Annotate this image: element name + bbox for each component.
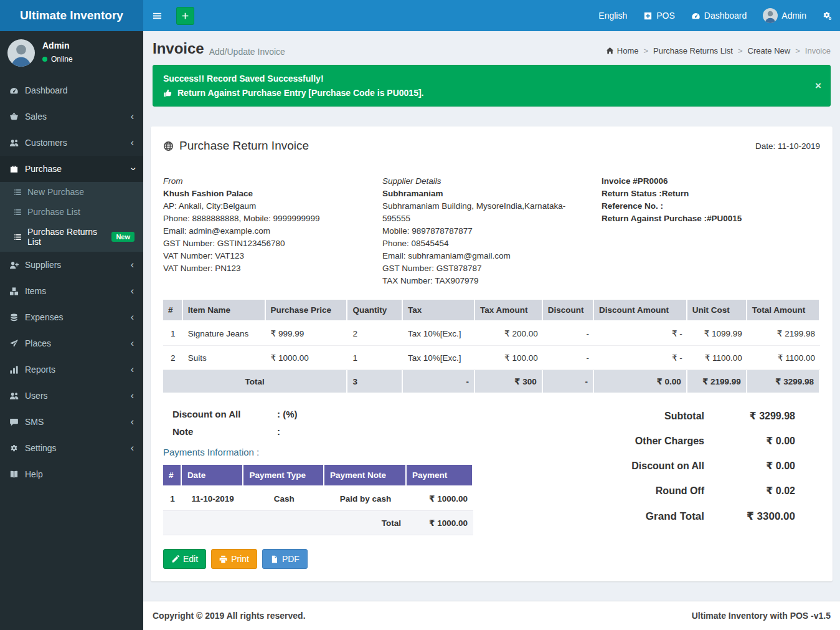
home-icon [606,47,614,55]
breadcrumb-home[interactable]: Home [606,46,639,55]
sidebar-item-label: Help [25,469,43,479]
invoice-title-row: Purchase Return Invoice [163,139,309,153]
sidebar-item-label: Purchase List [27,207,80,217]
payment-row: 1 11-10-2019 Cash Paid by cash ₹ 1000.00 [163,487,473,511]
edit-button[interactable]: Edit [163,549,206,569]
chevron-left-icon [131,112,134,122]
sidebar-item-sales[interactable]: Sales [0,103,143,130]
items-table: # Item Name Purchase Price Quantity Tax … [163,300,820,393]
user-panel: Admin Online [0,31,143,76]
from-gst: GST Number: GSTIN123456780 [163,237,365,250]
supplier-phone: Phone: 08545454 [382,237,584,250]
chevron-left-icon [131,417,134,427]
top-navbar: Ultimate Inventory English POS [0,0,840,31]
discount-on-all-label: Discount on All [172,409,277,419]
payments-header-row: # Date Payment Type Payment Note Payment [163,465,473,487]
sidebar-item-expenses[interactable]: Expenses [0,304,143,330]
discount-value: ₹ 0.00 [704,460,820,472]
list-icon [14,233,22,241]
sidebar-item-places[interactable]: Places [0,330,143,356]
supplier-gst: GST Number: GST878787 [382,262,584,275]
subtotal-row: Subtotal ₹ 3299.98 [571,410,820,422]
supplier-name: Subhramaniam [382,188,584,200]
print-button[interactable]: Print [211,549,257,569]
content: Invoice Add/Update Invoice Home Purchase… [143,31,840,601]
sidebar-item-customers[interactable]: Customers [0,130,143,156]
col-header: Tax [403,300,475,322]
sidebar-item-label: Reports [25,365,55,375]
cell: ₹ 1000.00 [407,511,473,535]
sidebar-item-help[interactable]: Help [0,461,143,487]
page-footer: Copyright © 2019 All rights reserved. Ul… [143,601,840,630]
sidebar-toggle-button[interactable] [143,0,171,31]
col-header: Purchase Price [266,300,348,322]
list-icon [14,188,22,196]
sidebar-item-label: Suppliers [25,260,61,270]
from-address: AP: Ankali, City:Belgaum [163,200,365,212]
sidebar-item-items[interactable]: Items [0,278,143,304]
breadcrumb: Home Purchase Returns List Create New In… [606,40,831,55]
invoice-title: Purchase Return Invoice [179,139,309,153]
sidebar-item-suppliers[interactable]: Suppliers [0,252,143,278]
pos-link[interactable]: POS [635,0,683,31]
invoice-meta-block: Invoice #PR0006 Return Status :Return Re… [602,175,820,287]
sidebar-item-purchase[interactable]: Purchase [0,156,143,182]
cell: ₹ 2199.98 [747,322,820,346]
supplier-tax: TAX Number: TAX907979 [382,275,584,287]
total-label-cell: Total [163,370,347,393]
user-status[interactable]: Online [42,55,73,64]
brand-logo[interactable]: Ultimate Inventory [0,0,143,31]
briefcase-icon [9,165,19,174]
cell: 2 [347,322,403,346]
breadcrumb-current: Invoice [805,46,831,55]
sidebar-item-label: Items [25,286,46,296]
discount-on-all-row: Discount on All : (%) [172,409,571,419]
other-charges-label: Other Charges [635,436,704,447]
cell: Suits [183,346,266,370]
book-icon [9,470,19,479]
pos-icon [643,11,653,21]
chevron-left-icon [131,365,134,375]
sidebar-item-settings[interactable]: Settings [0,435,143,461]
invoice-parties: From Khush Fashion Palace AP: Ankali, Ci… [163,175,820,287]
invoice-card: Purchase Return Invoice Date: 11-10-2019… [151,126,833,581]
sidebar-item-purchase-list[interactable]: Purchase List [0,202,143,222]
language-dropdown[interactable]: English [590,0,635,31]
sidebar-item-reports[interactable]: Reports [0,356,143,383]
cell: 1 [163,322,183,346]
breadcrumb-purchase-returns-list[interactable]: Purchase Returns List [653,46,733,55]
close-icon[interactable]: × [815,80,821,92]
payments-heading: Payments Information : [163,447,571,457]
settings-menu[interactable] [814,0,840,31]
total-label-cell: Total [163,511,407,535]
cell: ₹ 100.00 [475,346,543,370]
user-name: Admin [42,41,73,50]
sidebar-item-users[interactable]: Users [0,383,143,409]
chevron-left-icon [131,338,134,348]
printer-icon [219,555,227,563]
chevron-left-icon [131,286,134,296]
alert-message: Return Against Purchase Entry [Purchase … [177,88,424,98]
print-button-label: Print [231,554,249,564]
grand-total-label: Grand Total [646,510,704,523]
breadcrumb-create-new[interactable]: Create New [748,46,791,55]
dashboard-link[interactable]: Dashboard [683,0,755,31]
chevron-down-icon [127,167,137,170]
supplier-heading: Supplier Details [382,175,584,188]
alert-title: Success!! Record Saved Successfully! [163,74,804,84]
pdf-button[interactable]: PDF [262,549,308,569]
cell: ₹ 1099.99 [687,322,747,346]
user-menu[interactable]: Admin [755,0,814,31]
from-phones: Phone: 8888888888, Mobile: 9999999999 [163,212,365,225]
quick-add-button[interactable] [176,7,194,25]
col-header: Payment Type [243,465,324,487]
cell: 11-10-2019 [182,487,244,511]
user-label: Admin [781,11,806,21]
supplier-icon [9,260,19,270]
sidebar-item-new-purchase[interactable]: New Purchase [0,182,143,202]
sidebar-item-sms[interactable]: SMS [0,409,143,435]
cell: Tax 10%[Exc.] [403,322,475,346]
sidebar-item-dashboard[interactable]: Dashboard [0,77,143,103]
sidebar-item-purchase-returns-list[interactable]: Purchase Returns List New [0,222,143,252]
cell: ₹ 999.99 [266,322,348,346]
